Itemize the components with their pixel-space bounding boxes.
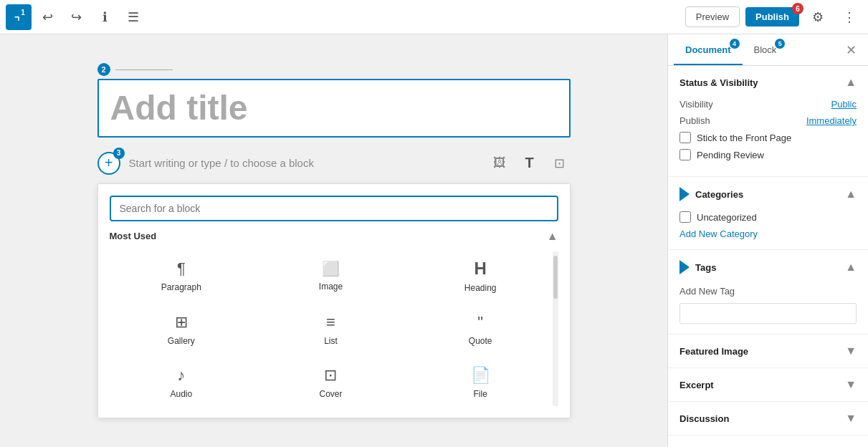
block-grid: ¶ Paragraph ⬜ Image H Heading xyxy=(110,251,553,406)
redo-icon: ↪ xyxy=(71,9,82,25)
text-block-icon-btn[interactable]: T xyxy=(519,153,540,174)
audio-block-item[interactable]: ♪ Audio xyxy=(110,359,254,406)
sidebar-tabs: Document 4 Block 5 ✕ xyxy=(668,34,868,66)
add-tag-label: Add New Tag xyxy=(679,286,735,297)
main-layout: 2 Add title + 3 Start writing or type / … xyxy=(0,34,868,447)
search-block-input[interactable] xyxy=(110,196,558,221)
collapse-button[interactable]: ▲ xyxy=(547,230,558,243)
discussion-header[interactable]: Discussion ▼ xyxy=(668,402,868,435)
heading-block-item[interactable]: H Heading xyxy=(409,251,553,300)
image-icon: 🖼 xyxy=(493,155,506,170)
toolbar-badge-1: 1 xyxy=(17,7,29,19)
audio-icon: ♪ xyxy=(177,366,185,385)
media-icon: ⊡ xyxy=(554,155,565,171)
categories-header[interactable]: Categories ▲ xyxy=(668,177,868,211)
gallery-block-item[interactable]: ⊞ Gallery xyxy=(110,306,254,353)
categories-title: Categories xyxy=(695,189,743,200)
uncategorized-label[interactable]: Uncategorized xyxy=(697,212,757,223)
media-block-icon-btn[interactable]: ⊡ xyxy=(549,153,571,174)
stick-label[interactable]: Stick to the Front Page xyxy=(697,133,791,143)
discussion-toggle: ▼ xyxy=(845,412,857,425)
toolbar-right: Preview Publish 6 ⚙ ⋮ xyxy=(685,4,862,30)
publish-button[interactable]: Publish xyxy=(745,7,799,27)
file-icon: 📄 xyxy=(471,366,490,385)
quote-label: Quote xyxy=(469,336,492,346)
status-visibility-content: Visibility Public Publish Immediately St… xyxy=(668,99,868,176)
editor-inner: 2 Add title + 3 Start writing or type / … xyxy=(97,63,571,418)
featured-image-section: Featured Image ▼ xyxy=(668,335,868,368)
tags-header[interactable]: Tags ▲ xyxy=(668,250,868,284)
block-placeholder: Start writing or type / to choose a bloc… xyxy=(129,157,314,169)
quote-block-item[interactable]: " Quote xyxy=(409,306,553,353)
most-used-label: Most Used xyxy=(110,231,157,241)
pending-checkbox-row: Pending Review xyxy=(679,149,857,160)
paragraph-block-item[interactable]: ¶ Paragraph xyxy=(110,251,254,300)
tags-section: Tags ▲ Add New Tag xyxy=(668,250,868,335)
visibility-value[interactable]: Public xyxy=(831,99,857,110)
featured-image-toggle: ▼ xyxy=(845,345,857,357)
add-block-badge-wrap: + 1 xyxy=(6,4,32,30)
excerpt-toggle: ▼ xyxy=(845,378,857,391)
excerpt-header[interactable]: Excerpt ▼ xyxy=(668,368,868,401)
file-label: File xyxy=(473,389,487,399)
settings-button[interactable]: ⚙ xyxy=(805,4,831,30)
tags-toggle: ▲ xyxy=(845,261,857,274)
more-button[interactable]: ⋮ xyxy=(836,4,862,30)
stick-checkbox[interactable] xyxy=(679,132,691,143)
title-placeholder[interactable]: Add title xyxy=(110,87,558,129)
status-visibility-section: Status & Visibility ▲ Visibility Public … xyxy=(668,66,868,177)
file-block-item[interactable]: 📄 File xyxy=(409,359,553,406)
excerpt-section: Excerpt ▼ xyxy=(668,368,868,402)
uncategorized-checkbox[interactable] xyxy=(679,211,691,223)
info-button[interactable]: ℹ xyxy=(92,4,118,30)
pending-checkbox[interactable] xyxy=(679,149,691,160)
tab-document[interactable]: Document 4 xyxy=(674,34,743,65)
status-visibility-title: Status & Visibility xyxy=(679,77,758,88)
categories-content: Uncategorized Add New Category xyxy=(668,211,868,249)
status-visibility-header[interactable]: Status & Visibility ▲ xyxy=(668,66,868,99)
list-block-item[interactable]: ≡ List xyxy=(259,306,403,353)
title-input-box[interactable]: Add title xyxy=(97,79,571,138)
tags-title: Tags xyxy=(695,262,716,273)
heading-icon: H xyxy=(474,259,486,279)
toolbar: + 1 ↩ ↪ ℹ ☰ Preview Publish 6 ⚙ ⋮ xyxy=(0,0,868,34)
paragraph-icon: ¶ xyxy=(177,259,186,278)
gallery-icon: ⊞ xyxy=(175,313,188,332)
publish-row: Publish Immediately xyxy=(679,115,857,126)
add-block-row: + 3 Start writing or type / to choose a … xyxy=(97,152,571,175)
info-icon: ℹ xyxy=(102,9,108,25)
undo-icon: ↩ xyxy=(42,9,53,25)
inline-plus-icon: + xyxy=(105,155,113,171)
excerpt-title: Excerpt xyxy=(679,380,714,390)
sidebar-close-button[interactable]: ✕ xyxy=(840,39,862,61)
image-block-icon: ⬜ xyxy=(322,260,340,277)
scroll-track[interactable] xyxy=(553,251,558,406)
undo-button[interactable]: ↩ xyxy=(34,4,60,30)
preview-button[interactable]: Preview xyxy=(685,6,740,27)
visibility-label: Visibility xyxy=(679,99,713,110)
tags-blue-arrow xyxy=(679,260,690,274)
tab-block[interactable]: Block 5 xyxy=(743,34,788,65)
publish-field-value[interactable]: Immediately xyxy=(806,115,857,126)
editor-area: 2 Add title + 3 Start writing or type / … xyxy=(0,34,667,447)
search-block-container: Most Used ▲ ¶ Paragraph ⬜ Image xyxy=(97,183,571,418)
quote-icon: " xyxy=(477,313,483,332)
sidebar: Document 4 Block 5 ✕ Status & Visibility… xyxy=(667,34,868,447)
audio-label: Audio xyxy=(170,389,192,399)
uncategorized-row: Uncategorized xyxy=(679,211,857,223)
callout-2: 2 xyxy=(97,63,571,76)
scroll-thumb xyxy=(553,256,558,299)
cover-block-item[interactable]: ⊡ Cover xyxy=(259,359,403,406)
featured-image-header[interactable]: Featured Image ▼ xyxy=(668,335,868,367)
cover-label: Cover xyxy=(319,389,342,399)
image-block-item[interactable]: ⬜ Image xyxy=(259,251,403,300)
tag-input[interactable] xyxy=(679,303,857,324)
add-category-link[interactable]: Add New Category xyxy=(679,229,857,239)
menu-button[interactable]: ☰ xyxy=(120,4,146,30)
image-block-icon-btn[interactable]: 🖼 xyxy=(489,153,510,174)
list-label: List xyxy=(324,336,338,346)
redo-button[interactable]: ↪ xyxy=(63,4,89,30)
stick-checkbox-row: Stick to the Front Page xyxy=(679,132,857,143)
cover-icon: ⊡ xyxy=(324,366,337,385)
pending-label[interactable]: Pending Review xyxy=(697,150,764,160)
